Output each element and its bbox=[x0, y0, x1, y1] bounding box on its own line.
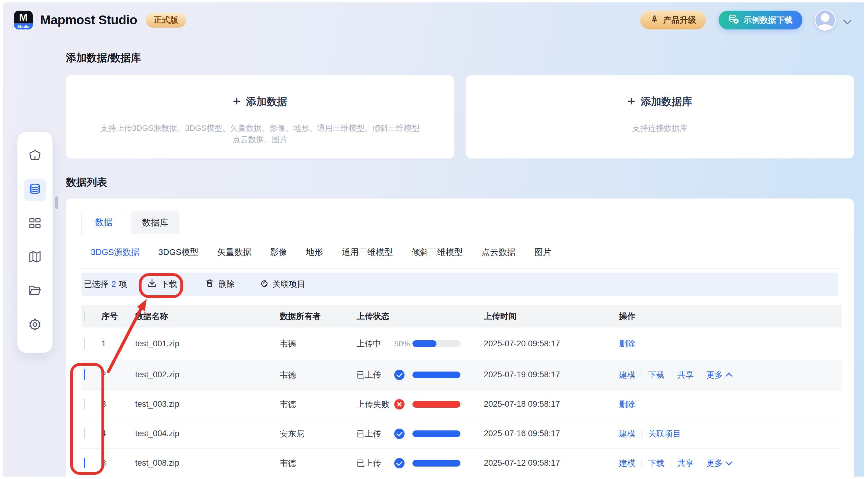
status-label: 上传中 bbox=[356, 338, 394, 349]
data-name-cell: test_003.zip bbox=[135, 400, 280, 409]
action-separator bbox=[700, 459, 700, 468]
link-toolbar-button[interactable]: 关联项目 bbox=[259, 278, 305, 290]
plus-icon: + bbox=[627, 96, 636, 106]
status-label: 已上传 bbox=[356, 458, 394, 469]
delete-icon bbox=[205, 278, 214, 290]
list-section-title: 数据列表 bbox=[66, 175, 107, 189]
link-icon bbox=[259, 278, 269, 290]
category-divider bbox=[82, 268, 838, 269]
status-cell: 上传失败 bbox=[356, 399, 484, 410]
delete-toolbar-button[interactable]: 删除 bbox=[205, 278, 235, 290]
add-database-card[interactable]: +添加数据库支持连接数据库 bbox=[466, 75, 854, 158]
action-共享[interactable]: 共享 bbox=[677, 458, 694, 469]
tab-data[interactable]: 数据 bbox=[82, 211, 126, 234]
data-name-cell: test_008.zip bbox=[135, 458, 280, 468]
status-error-icon bbox=[394, 399, 405, 410]
app-background: M Studio Mapmost Studio 正式版 产品升级 bbox=[3, 2, 864, 477]
actions-cell: 删除 bbox=[619, 338, 842, 349]
card-title: +添加数据库 bbox=[627, 95, 692, 109]
sidebar-item-home[interactable] bbox=[24, 145, 46, 167]
action-更多[interactable]: 更多 bbox=[706, 370, 731, 380]
action-下载[interactable]: 下载 bbox=[648, 370, 664, 380]
card-description: 支持连接数据库 bbox=[614, 123, 706, 134]
download-label: 下载 bbox=[161, 279, 177, 290]
data-name-cell: test_001.zip bbox=[135, 339, 280, 349]
scrollbar-handle[interactable] bbox=[55, 196, 58, 209]
plus-icon: + bbox=[232, 96, 241, 106]
progress-bar bbox=[412, 460, 460, 467]
action-separator bbox=[642, 429, 642, 438]
add-data-card[interactable]: +添加数据支持上传3DGS源数据、3DGS模型、矢量数据、影像、地形、通用三维模… bbox=[66, 75, 454, 158]
sidebar-item-database[interactable] bbox=[24, 179, 46, 201]
sample-data-download-button[interactable]: 示例数据下载 bbox=[719, 11, 802, 29]
action-共享[interactable]: 共享 bbox=[677, 370, 694, 380]
upload-time-cell: 2025-07-20 09:58:17 bbox=[484, 339, 619, 349]
progress-percent: 50% bbox=[394, 339, 410, 349]
category-tab-2[interactable]: 矢量数据 bbox=[217, 247, 251, 258]
sidebar-item-folder[interactable] bbox=[24, 280, 46, 302]
action-删除[interactable]: 删除 bbox=[619, 338, 636, 349]
chevron-down-icon bbox=[725, 458, 733, 465]
action-关联项目[interactable]: 关联项目 bbox=[648, 428, 681, 439]
chevron-down-icon[interactable] bbox=[844, 17, 851, 23]
product-upgrade-button[interactable]: 产品升级 bbox=[640, 11, 706, 29]
category-tab-5[interactable]: 通用三维模型 bbox=[342, 247, 393, 258]
progress-bar bbox=[412, 401, 460, 408]
app-logo[interactable]: M Studio bbox=[14, 11, 33, 29]
download-toolbar-button[interactable]: 下载 bbox=[147, 278, 177, 290]
main-tabs: 数据数据库 bbox=[82, 211, 838, 234]
action-删除[interactable]: 删除 bbox=[619, 399, 636, 410]
row-index: 8 bbox=[100, 458, 135, 468]
row-checkbox[interactable] bbox=[84, 428, 85, 439]
avatar[interactable] bbox=[814, 9, 836, 31]
sidebar-item-settings[interactable] bbox=[24, 314, 46, 336]
owner-cell: 韦德 bbox=[280, 338, 356, 349]
owner-cell: 安东尼 bbox=[280, 428, 356, 439]
action-建模[interactable]: 建模 bbox=[619, 458, 636, 469]
apps-icon bbox=[28, 216, 42, 231]
upload-time-cell: 2025-07-12 09:58:17 bbox=[484, 458, 619, 468]
category-tab-4[interactable]: 地形 bbox=[306, 247, 323, 258]
category-tab-3[interactable]: 影像 bbox=[270, 247, 287, 258]
card-title: +添加数据 bbox=[232, 95, 287, 109]
sidebar-item-apps[interactable] bbox=[24, 213, 46, 235]
row-index: 4 bbox=[100, 429, 135, 438]
column-header: 上传状态 bbox=[356, 311, 484, 322]
upload-time-cell: 2025-07-18 09:58:17 bbox=[484, 400, 619, 409]
status-label: 已上传 bbox=[356, 370, 394, 380]
action-separator bbox=[671, 371, 671, 379]
progress-bar bbox=[412, 372, 460, 378]
logo-m-glyph: M bbox=[14, 11, 33, 23]
action-建模[interactable]: 建模 bbox=[619, 428, 636, 439]
status-cell: 已上传 bbox=[356, 428, 484, 439]
category-tab-0[interactable]: 3DGS源数据 bbox=[91, 247, 140, 258]
status-label: 上传失败 bbox=[356, 399, 394, 410]
category-tab-6[interactable]: 倾斜三维模型 bbox=[412, 247, 463, 258]
tab-database[interactable]: 数据库 bbox=[131, 211, 180, 234]
category-tab-7[interactable]: 点云数据 bbox=[482, 247, 516, 258]
owner-cell: 韦德 bbox=[280, 399, 356, 410]
row-checkbox[interactable] bbox=[84, 458, 85, 468]
row-checkbox[interactable] bbox=[84, 339, 85, 349]
row-checkbox[interactable] bbox=[84, 399, 85, 409]
data-name-cell: test_002.zip bbox=[135, 370, 280, 379]
topbar: M Studio Mapmost Studio 正式版 产品升级 bbox=[3, 2, 864, 38]
action-更多[interactable]: 更多 bbox=[706, 458, 731, 469]
sidebar-item-map[interactable] bbox=[24, 246, 46, 269]
product-upgrade-label: 产品升级 bbox=[663, 14, 696, 26]
category-tab-1[interactable]: 3DGS模型 bbox=[158, 247, 198, 258]
action-建模[interactable]: 建模 bbox=[619, 370, 636, 380]
row-checkbox[interactable] bbox=[84, 370, 85, 380]
progress-bar bbox=[412, 430, 460, 437]
row-index: 1 bbox=[100, 339, 135, 349]
select-all-checkbox[interactable] bbox=[84, 311, 85, 321]
row-index: 2 bbox=[100, 370, 135, 379]
window-frame: M Studio Mapmost Studio 正式版 产品升级 bbox=[0, 0, 868, 479]
status-label: 已上传 bbox=[356, 428, 394, 439]
category-tab-8[interactable]: 图片 bbox=[534, 247, 552, 258]
action-下载[interactable]: 下载 bbox=[648, 458, 664, 469]
actions-cell: 建模关联项目 bbox=[619, 428, 842, 439]
link-label: 关联项目 bbox=[272, 279, 305, 290]
status-success-icon bbox=[394, 458, 405, 468]
card-description: 支持上传3DGS源数据、3DGS模型、矢量数据、影像、地形、通用三维模型、倾斜三… bbox=[82, 123, 438, 145]
